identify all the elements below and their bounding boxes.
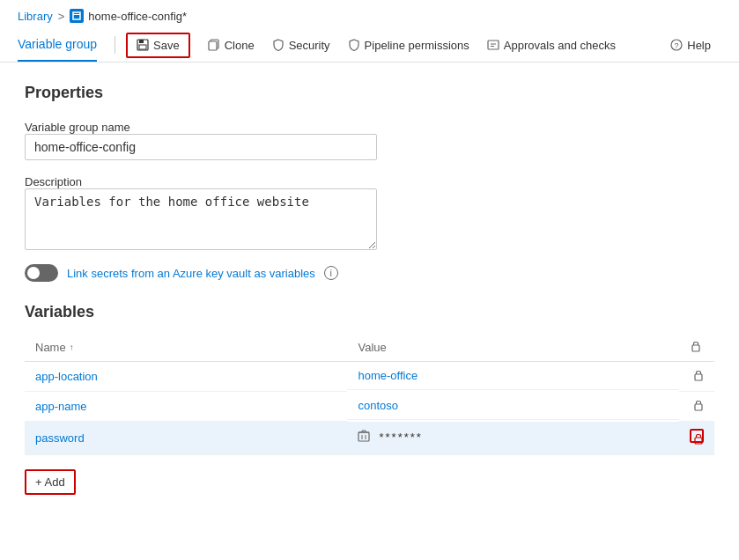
properties-section: Properties Variable group name Descripti… — [25, 84, 714, 282]
lock-variable-button[interactable] — [690, 369, 704, 383]
description-input[interactable]: Variables for the home office website — [25, 188, 377, 250]
breadcrumb-separator: > — [58, 10, 65, 23]
table-row: app-namecontoso — [25, 392, 714, 422]
breadcrumb-current: home-office-config* — [70, 9, 187, 23]
add-variable-button[interactable]: + Add — [25, 469, 76, 495]
toolbar-divider — [115, 36, 115, 54]
azure-keyvault-toggle[interactable] — [25, 264, 58, 282]
svg-rect-0 — [73, 12, 80, 19]
variables-title: Variables — [25, 303, 714, 321]
lock-variable-button[interactable] — [690, 399, 704, 413]
variable-name[interactable]: app-location — [35, 370, 98, 383]
config-icon — [70, 9, 84, 23]
svg-rect-7 — [488, 41, 499, 49]
clone-icon — [208, 39, 220, 51]
col-value-header: Value — [347, 334, 679, 362]
svg-rect-14 — [695, 404, 702, 410]
clone-label: Clone — [225, 39, 255, 52]
variable-value[interactable]: contoso — [358, 399, 398, 412]
variable-value[interactable]: home-office — [358, 369, 418, 382]
svg-rect-12 — [692, 345, 699, 351]
breadcrumb-config-name: home-office-config* — [88, 10, 187, 23]
security-label: Security — [289, 39, 330, 52]
pipeline-permissions-label: Pipeline permissions — [365, 39, 469, 52]
toggle-row: Link secrets from an Azure key vault as … — [25, 264, 714, 282]
table-row: password******* — [25, 422, 714, 455]
table-row: app-locationhome-office — [25, 362, 714, 392]
svg-rect-3 — [139, 40, 144, 43]
pipeline-permissions-button[interactable]: Pipeline permissions — [341, 34, 477, 56]
tab-variable-group[interactable]: Variable group — [18, 28, 97, 62]
variable-group-name-input[interactable] — [25, 134, 377, 160]
save-icon — [137, 39, 149, 51]
breadcrumb: Library > home-office-config* — [0, 0, 739, 28]
variable-value[interactable]: ******* — [379, 431, 422, 444]
col-lock-header — [679, 334, 714, 362]
variable-name[interactable]: password — [35, 431, 85, 445]
breadcrumb-library-link[interactable]: Library — [18, 10, 53, 23]
help-button[interactable]: ? Help — [663, 34, 718, 56]
help-icon: ? — [670, 39, 683, 51]
svg-rect-19 — [695, 438, 702, 444]
security-icon — [272, 39, 285, 51]
description-label: Description — [25, 175, 82, 188]
svg-rect-13 — [695, 374, 702, 380]
toggle-info-icon[interactable]: i — [324, 266, 338, 280]
delete-variable-button[interactable] — [358, 429, 370, 446]
help-label: Help — [687, 39, 711, 52]
approvals-icon — [487, 39, 499, 51]
pipeline-icon — [348, 39, 360, 51]
svg-rect-15 — [358, 432, 369, 441]
save-button[interactable]: Save — [126, 33, 190, 58]
clone-button[interactable]: Clone — [201, 34, 262, 56]
approvals-checks-label: Approvals and checks — [504, 39, 616, 52]
save-label: Save — [153, 39, 180, 52]
svg-rect-4 — [139, 45, 146, 49]
svg-text:?: ? — [675, 41, 679, 50]
properties-title: Properties — [25, 84, 714, 102]
sort-arrow-icon[interactable]: ↑ — [70, 343, 74, 352]
variable-name[interactable]: app-name — [35, 400, 87, 413]
toggle-label-text[interactable]: Link secrets from an Azure key vault as … — [67, 267, 315, 280]
lock-column-icon — [690, 339, 702, 353]
variables-table: Name ↑ Value app-locationhome-office — [25, 334, 714, 455]
variables-section: Variables Name ↑ Value — [25, 303, 714, 495]
lock-variable-button[interactable] — [690, 429, 704, 443]
approvals-checks-button[interactable]: Approvals and checks — [480, 34, 623, 56]
svg-rect-6 — [209, 41, 217, 50]
toolbar: Variable group Save Clone Security Pipel… — [0, 28, 739, 63]
add-label: + Add — [35, 475, 65, 489]
name-label: Variable group name — [25, 121, 130, 134]
security-button[interactable]: Security — [265, 34, 337, 56]
col-name-header: Name ↑ — [25, 334, 347, 362]
content-area: Properties Variable group name Descripti… — [0, 63, 739, 516]
